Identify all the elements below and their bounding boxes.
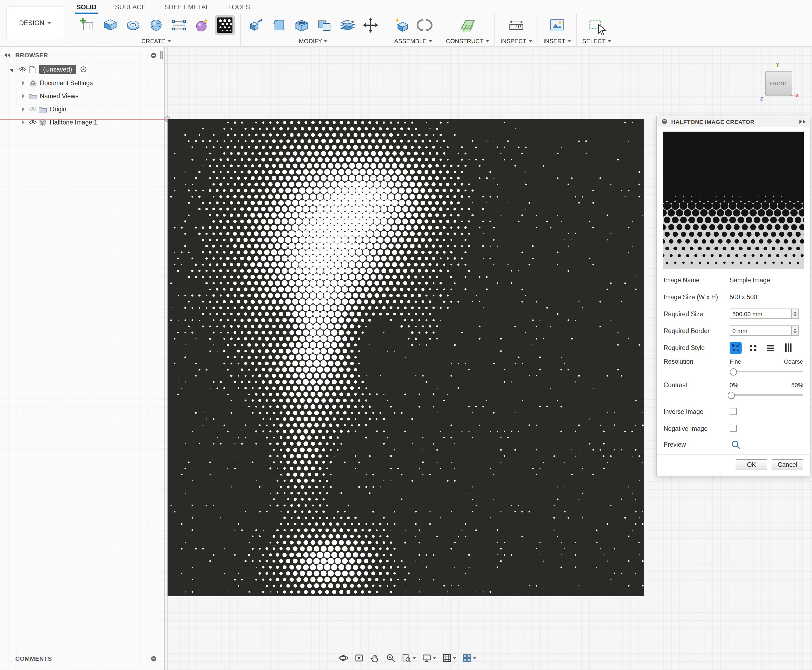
required-size-spinner[interactable] [792, 308, 799, 319]
ok-button[interactable]: OK [736, 459, 767, 470]
halftone-creator-icon[interactable] [215, 15, 235, 35]
look-at-icon[interactable] [353, 652, 365, 664]
inspect-menu-button[interactable]: INSPECT [500, 36, 532, 46]
browser-row-root[interactable]: (Unsaved) [0, 63, 164, 76]
orbit-icon[interactable] [337, 652, 349, 664]
panel-scroll-grip2[interactable] [160, 51, 161, 59]
resolution-slider-row [663, 367, 803, 376]
required-border-spinner[interactable] [792, 325, 799, 336]
halftone-image-creator-dialog: HALFTONE IMAGE CREATOR Image Name Sample… [657, 116, 810, 476]
resolution-slider-thumb[interactable] [730, 368, 737, 375]
activate-target-icon[interactable] [79, 66, 88, 73]
visibility-eye-off-icon[interactable] [28, 107, 38, 112]
browser-row-document-settings[interactable]: Document Settings [0, 76, 164, 90]
required-border-input[interactable] [729, 325, 792, 336]
inverse-image-label: Inverse Image [663, 408, 729, 415]
browser-item-label[interactable]: Named Views [40, 93, 79, 99]
modify-menu-button[interactable]: MODIFY [299, 36, 328, 46]
move-icon[interactable] [361, 15, 380, 35]
construct-menu-label: CONSTRUCT [446, 38, 483, 44]
press-pull-icon[interactable] [246, 15, 266, 35]
create-menu-label: CREATE [141, 38, 165, 44]
construction-plane-icon[interactable] [457, 15, 477, 35]
dialog-titlebar[interactable]: HALFTONE IMAGE CREATOR [657, 116, 810, 127]
tab-sheet-metal[interactable]: SHEET METAL [165, 0, 209, 14]
box-icon[interactable] [100, 15, 120, 35]
select-menu-button[interactable]: SELECT [582, 36, 611, 46]
top-toolbar: DESIGN SOLID SURFACE SHEET METAL TOOLS [0, 0, 812, 47]
required-size-label: Required Size [663, 310, 729, 317]
cancel-button[interactable]: Cancel [771, 459, 803, 470]
offset-face-icon[interactable] [338, 15, 358, 35]
shell-icon[interactable] [292, 15, 312, 35]
tab-surface[interactable]: SURFACE [115, 0, 146, 14]
sphere-icon[interactable] [146, 15, 166, 35]
browser-item-label[interactable]: Halftone Image:1 [50, 119, 98, 125]
fillet-icon[interactable] [269, 15, 289, 35]
grid-settings-icon[interactable] [441, 652, 457, 664]
viewcube[interactable]: FRONT Y X Z [763, 64, 801, 104]
toolbar-group-construct: CONSTRUCT [441, 14, 495, 47]
disclosure-arrow-icon[interactable] [22, 107, 27, 112]
canvas-image-icon[interactable] [547, 15, 567, 35]
fit-icon[interactable] [400, 652, 417, 664]
pan-icon[interactable] [369, 652, 381, 664]
required-size-input[interactable] [729, 308, 792, 319]
create-menu-button[interactable]: CREATE [141, 36, 171, 46]
preview-magnifier-icon[interactable] [729, 438, 742, 450]
tab-tools[interactable]: TOOLS [228, 0, 250, 14]
app-root: BROWSER (Unsaved) Docu [0, 0, 812, 670]
browser-item-label[interactable]: Document Settings [40, 80, 93, 86]
contrast-slider[interactable] [729, 394, 803, 396]
workspace-switcher-button[interactable]: DESIGN [7, 7, 63, 39]
style-horizontal-lines-icon[interactable] [765, 342, 777, 354]
dialog-grip-icon [662, 117, 667, 127]
panel-options-icon[interactable] [150, 52, 157, 58]
contrast-slider-thumb[interactable] [728, 391, 734, 399]
halftone-image-body[interactable] [167, 119, 644, 596]
new-component-icon[interactable] [392, 15, 412, 35]
torus-icon[interactable] [123, 15, 143, 35]
zoom-icon[interactable] [385, 652, 397, 664]
combine-icon[interactable] [315, 15, 334, 35]
insert-menu-button[interactable]: INSERT [544, 36, 571, 46]
image-name-label: Image Name [663, 277, 729, 283]
browser-row-halftone-image[interactable]: Halftone Image:1 [0, 116, 164, 129]
visibility-eye-icon[interactable] [28, 120, 38, 125]
negative-image-checkbox[interactable] [729, 425, 737, 432]
browser-item-label[interactable]: Origin [50, 106, 66, 112]
display-settings-icon[interactable] [421, 652, 437, 664]
toolbar-group-select: SELECT [577, 14, 617, 47]
comments-bar[interactable]: COMMENTS [0, 653, 164, 665]
create-sketch-icon[interactable] [78, 15, 97, 35]
assemble-menu-button[interactable]: ASSEMBLE [394, 36, 432, 46]
viewcube-front-face[interactable]: FRONT [765, 71, 792, 96]
disclosure-arrow-icon[interactable] [22, 120, 27, 125]
expand-arrow-icon[interactable] [10, 66, 16, 73]
tab-solid[interactable]: SOLID [76, 0, 96, 14]
construct-menu-button[interactable]: CONSTRUCT [446, 36, 489, 46]
style-halftone-dots-icon[interactable] [729, 342, 742, 354]
caret-down-icon [486, 41, 489, 44]
visibility-eye-icon[interactable] [17, 67, 27, 72]
resolution-slider[interactable] [729, 371, 803, 372]
collapse-panel-icon[interactable] [4, 53, 11, 58]
create-form-icon[interactable] [192, 15, 212, 35]
row-image-name: Image Name Sample Image [663, 271, 803, 288]
panel-scroll-grip[interactable] [162, 51, 163, 59]
style-vertical-lines-icon[interactable] [782, 342, 794, 354]
viewports-icon[interactable] [461, 652, 478, 664]
style-dot-grid-icon[interactable] [747, 342, 759, 354]
disclosure-arrow-icon[interactable] [22, 94, 27, 98]
joint-icon[interactable] [415, 15, 434, 35]
browser-row-origin[interactable]: Origin [0, 103, 164, 116]
row-required-style: Required Style [663, 339, 803, 356]
rectangular-pattern-icon[interactable] [169, 15, 189, 35]
comments-options-icon[interactable] [150, 656, 157, 662]
browser-row-named-views[interactable]: Named Views [0, 90, 164, 103]
measure-icon[interactable] [506, 15, 526, 35]
browser-item-label-root[interactable]: (Unsaved) [39, 65, 76, 74]
dialog-expand-icon[interactable] [799, 119, 805, 124]
disclosure-arrow-icon[interactable] [22, 81, 27, 85]
inverse-image-checkbox[interactable] [729, 408, 737, 415]
